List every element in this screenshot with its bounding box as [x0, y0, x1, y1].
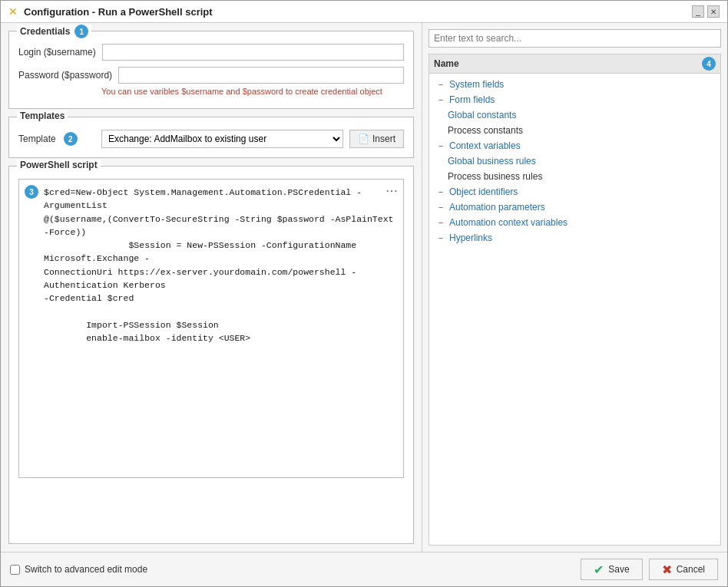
expand-icon: − [435, 218, 446, 227]
password-label: Password ($password) [18, 70, 112, 81]
insert-icon: 📄 [358, 134, 369, 144]
main-content: Credentials 1 Login ($username) Password… [1, 23, 727, 552]
credentials-title: Credentials 1 [17, 25, 91, 38]
tree-container: − System fields − Form fields Global con… [429, 73, 721, 546]
expand-icon: − [435, 203, 446, 212]
minimize-button[interactable]: ⎯ [692, 5, 704, 18]
template-label: Template 2 [18, 132, 95, 146]
close-button[interactable]: ✕ [707, 5, 720, 18]
tree-item-process-constants[interactable]: Process constants [429, 123, 720, 138]
tree-item-hyperlinks[interactable]: − Hyperlinks [429, 230, 720, 246]
tree-badge: 4 [702, 57, 716, 71]
tree-item-object-identifiers[interactable]: − Object identifiers [429, 184, 720, 200]
template-select[interactable]: Exchange: AddMailbox to existing userExc… [101, 130, 343, 148]
insert-button[interactable]: 📄 Insert [349, 130, 404, 148]
tree-item-system-fields[interactable]: − System fields [429, 77, 720, 92]
title-bar: ✕ Configuration - Run a PowerShell scrip… [1, 1, 727, 23]
login-label: Login ($username) [18, 47, 96, 58]
powershell-badge: 3 [25, 185, 38, 199]
right-panel: Name 4 − System fields − Form fields Glo… [422, 23, 727, 552]
templates-badge: 2 [64, 132, 78, 146]
tree-item-automation-parameters[interactable]: − Automation parameters [429, 200, 720, 215]
powershell-textarea[interactable]: $cred=New-Object System.Management.Autom… [18, 179, 404, 478]
advanced-mode-checkbox[interactable] [10, 565, 20, 575]
login-row: Login ($username) [18, 44, 404, 61]
tree-item-global-business-rules[interactable]: Global business rules [429, 153, 720, 169]
left-panel: Credentials 1 Login ($username) Password… [1, 23, 422, 552]
credentials-hint: You can use varibles $username and $pass… [101, 87, 404, 96]
expand-icon: − [435, 141, 446, 150]
search-input[interactable] [429, 29, 721, 48]
cancel-button[interactable]: ✖ Cancel [649, 559, 718, 580]
bottom-bar: Switch to advanced edit mode ✔ Save ✖ Ca… [1, 552, 727, 586]
dialog-title: Configuration - Run a PowerShell script [24, 6, 213, 18]
save-check-icon: ✔ [594, 562, 604, 577]
powershell-group: PowerShell script 3 $cred=New-Object Sys… [8, 166, 414, 544]
title-icon: ✕ [8, 5, 18, 18]
expand-icon: − [435, 80, 446, 89]
title-bar-left: ✕ Configuration - Run a PowerShell scrip… [8, 5, 213, 18]
save-button[interactable]: ✔ Save [581, 559, 642, 580]
credentials-badge: 1 [74, 25, 88, 38]
credentials-group: Credentials 1 Login ($username) Password… [8, 31, 414, 109]
tree-item-automation-context-variables[interactable]: − Automation context variables [429, 215, 720, 230]
cancel-x-icon: ✖ [662, 562, 672, 577]
powershell-title: PowerShell script [17, 160, 101, 170]
tree-item-process-business-rules[interactable]: Process business rules [429, 169, 720, 184]
password-row: Password ($password) [18, 67, 404, 84]
action-buttons: ✔ Save ✖ Cancel [581, 559, 718, 580]
login-input[interactable] [102, 44, 404, 61]
password-input[interactable] [118, 67, 404, 84]
tree-header: Name 4 [429, 54, 721, 73]
advanced-mode-row: Switch to advanced edit mode [10, 564, 147, 575]
tree-item-form-fields[interactable]: − Form fields [429, 92, 720, 107]
tree-item-context-variables[interactable]: − Context variables [429, 138, 720, 153]
expand-icon: − [435, 187, 446, 196]
expand-icon: − [435, 233, 446, 242]
title-controls: ⎯ ✕ [692, 5, 720, 18]
templates-title: Templates [17, 110, 68, 121]
tree-item-global-constants[interactable]: Global constants [429, 107, 720, 123]
advanced-mode-label: Switch to advanced edit mode [25, 564, 147, 575]
more-options-button[interactable]: ⋯ [382, 182, 401, 200]
expand-icon: − [435, 95, 446, 104]
template-row: Template 2 Exchange: AddMailbox to exist… [18, 130, 404, 148]
templates-group: Templates Template 2 Exchange: AddMailbo… [8, 117, 414, 158]
dialog: ✕ Configuration - Run a PowerShell scrip… [0, 0, 728, 587]
script-wrapper: 3 $cred=New-Object System.Management.Aut… [18, 179, 404, 534]
